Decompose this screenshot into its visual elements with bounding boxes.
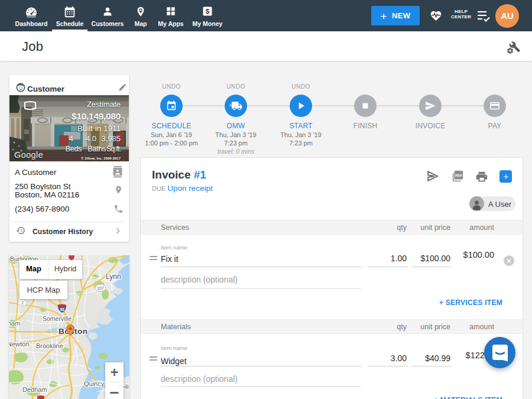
svg-text:$: $ [206, 7, 210, 15]
svg-text:Somerville: Somerville [43, 315, 72, 322]
svg-text:Lynn: Lynn [106, 273, 121, 281]
svg-text:Quincy: Quincy [84, 380, 105, 387]
svg-text:107: 107 [97, 286, 104, 290]
svg-text:Dedham: Dedham [22, 386, 47, 393]
svg-text:ham: ham [9, 320, 20, 327]
svg-text:Newton: Newton [9, 340, 29, 348]
svg-text:PDF: PDF [455, 174, 462, 177]
svg-text:93: 93 [60, 307, 64, 312]
svg-text:2: 2 [21, 301, 24, 305]
svg-text:Brookline: Brookline [36, 342, 63, 349]
